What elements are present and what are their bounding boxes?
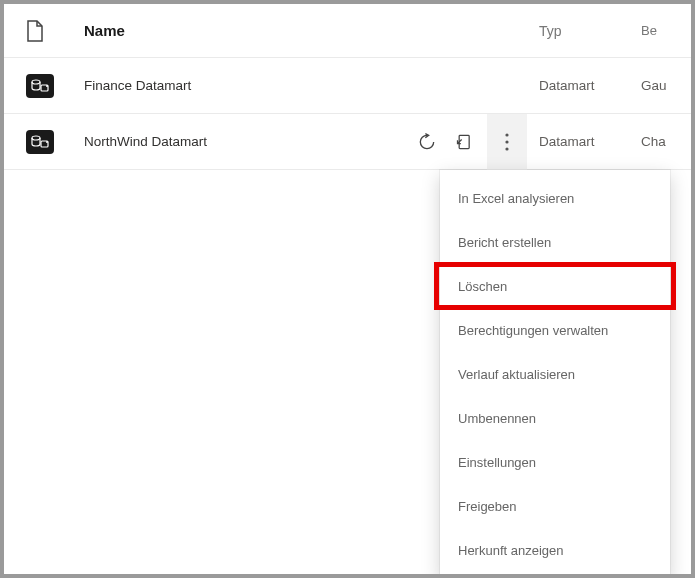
datamart-icon xyxy=(26,74,76,98)
svg-point-8 xyxy=(505,140,508,143)
menu-item-share[interactable]: Freigeben xyxy=(440,484,670,528)
app-frame: Name Typ Be Finance Datamart Datamart Ga… xyxy=(4,4,691,574)
svg-point-3 xyxy=(32,136,40,140)
svg-point-5 xyxy=(46,141,48,143)
datamart-icon xyxy=(26,130,76,154)
svg-point-0 xyxy=(32,80,40,84)
file-icon xyxy=(26,20,76,42)
menu-item-manage-permissions[interactable]: Berechtigungen verwalten xyxy=(440,308,670,352)
table-row[interactable]: Finance Datamart Datamart Gau xyxy=(4,58,691,114)
context-menu: In Excel analysieren Bericht erstellen L… xyxy=(440,170,670,574)
row-owner: Cha xyxy=(641,134,681,149)
table-header: Name Typ Be xyxy=(4,4,691,58)
header-owner[interactable]: Be xyxy=(641,23,681,38)
row-owner: Gau xyxy=(641,78,681,93)
header-name[interactable]: Name xyxy=(76,22,381,39)
svg-point-9 xyxy=(505,147,508,150)
table-row[interactable]: NorthWind Datamart xyxy=(4,114,691,170)
menu-item-delete[interactable]: Löschen xyxy=(440,264,670,308)
menu-item-analyze-excel[interactable]: In Excel analysieren xyxy=(440,176,670,220)
menu-item-settings[interactable]: Einstellungen xyxy=(440,440,670,484)
share-icon[interactable] xyxy=(449,124,481,160)
svg-point-7 xyxy=(505,133,508,136)
refresh-icon[interactable] xyxy=(411,124,443,160)
svg-rect-6 xyxy=(459,135,469,148)
header-type[interactable]: Typ xyxy=(521,23,641,39)
row-actions xyxy=(381,114,521,170)
menu-item-lineage[interactable]: Herkunft anzeigen xyxy=(440,528,670,572)
row-name[interactable]: NorthWind Datamart xyxy=(76,134,381,149)
menu-item-create-report[interactable]: Bericht erstellen xyxy=(440,220,670,264)
menu-item-rename[interactable]: Umbenennen xyxy=(440,396,670,440)
row-type: Datamart xyxy=(521,78,641,93)
svg-point-2 xyxy=(46,85,48,87)
row-type: Datamart xyxy=(521,134,641,149)
row-name[interactable]: Finance Datamart xyxy=(76,78,381,93)
menu-item-refresh-history[interactable]: Verlauf aktualisieren xyxy=(440,352,670,396)
